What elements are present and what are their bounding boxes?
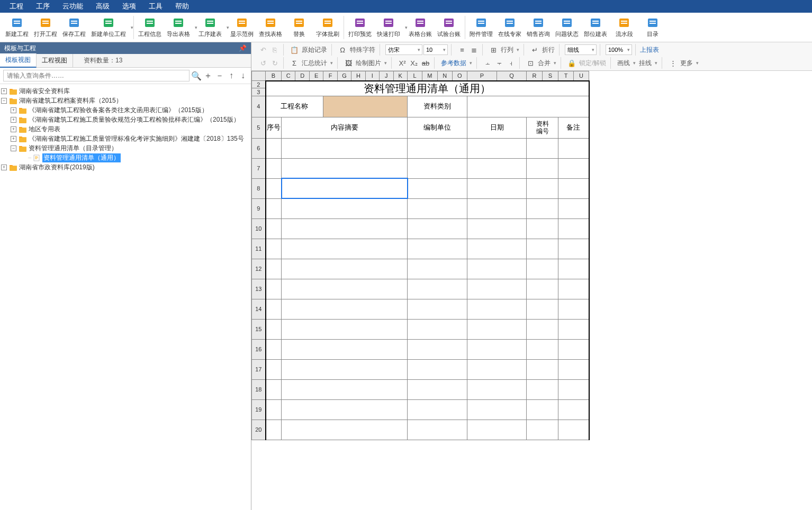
- cell[interactable]: [408, 138, 467, 158]
- cell[interactable]: [527, 178, 558, 198]
- col-header[interactable]: [252, 71, 266, 81]
- cell[interactable]: [408, 178, 467, 198]
- flow-button[interactable]: 流水段: [610, 14, 638, 41]
- line-style-select[interactable]: 细线: [565, 44, 597, 55]
- cell[interactable]: [558, 339, 589, 359]
- tree-node[interactable]: +《湖南省建筑工程施工质量管理标准化考评实施细则》湘建建〔2018〕135号: [1, 134, 250, 143]
- doc-type-value[interactable]: [467, 96, 589, 117]
- cell[interactable]: [282, 259, 408, 279]
- row-header[interactable]: 14: [252, 299, 266, 319]
- cell[interactable]: [527, 420, 558, 440]
- tree-toggle-icon[interactable]: +: [1, 88, 7, 94]
- lock-icon[interactable]: 🔒: [566, 58, 577, 68]
- tree-toggle-icon[interactable]: +: [11, 136, 16, 142]
- cell[interactable]: [527, 339, 558, 359]
- cell[interactable]: [467, 218, 527, 239]
- export-table-button[interactable]: 导出表格▾: [165, 14, 195, 41]
- more-label[interactable]: 更多: [679, 59, 694, 68]
- col-header[interactable]: S: [543, 71, 558, 81]
- minus-icon[interactable]: －: [215, 71, 224, 80]
- upload-button[interactable]: 上报表: [638, 45, 661, 54]
- online-expert-button[interactable]: 在线专家: [496, 14, 524, 41]
- table-ledger-button[interactable]: 表格台账: [407, 14, 434, 41]
- row-header[interactable]: 13: [252, 279, 266, 299]
- cell[interactable]: [282, 319, 408, 339]
- row-header[interactable]: 6: [252, 138, 266, 158]
- cell[interactable]: [282, 420, 408, 440]
- cell[interactable]: [467, 158, 527, 178]
- special-char-icon[interactable]: Ω: [337, 44, 348, 55]
- tree-toggle-icon[interactable]: +: [11, 117, 16, 123]
- cell[interactable]: [527, 198, 558, 218]
- cell[interactable]: [266, 239, 282, 259]
- menu-cloud[interactable]: 云功能: [57, 1, 88, 12]
- cell[interactable]: [408, 299, 467, 319]
- ref-data-label[interactable]: 参考数据: [440, 59, 467, 68]
- cell[interactable]: [266, 178, 282, 198]
- part-build-button[interactable]: 部位建表: [582, 14, 609, 41]
- cell[interactable]: [282, 379, 408, 399]
- menu-help[interactable]: 帮助: [170, 1, 194, 12]
- cell[interactable]: [266, 198, 282, 218]
- cell[interactable]: [558, 319, 589, 339]
- tree-node[interactable]: −资料管理通用清单（目录管理）: [1, 143, 250, 153]
- cell[interactable]: [467, 138, 527, 158]
- pin-icon[interactable]: 📌: [239, 44, 247, 52]
- cell[interactable]: [467, 319, 527, 339]
- cell[interactable]: [527, 279, 558, 299]
- row-header[interactable]: 18: [252, 379, 266, 399]
- tree-toggle-icon[interactable]: −: [1, 98, 7, 104]
- cell[interactable]: [527, 359, 558, 379]
- col-header[interactable]: R: [527, 71, 543, 81]
- cell[interactable]: [266, 319, 282, 339]
- strike-icon[interactable]: ab: [420, 58, 431, 68]
- cell[interactable]: [408, 399, 467, 420]
- tree-toggle-icon[interactable]: +: [11, 107, 16, 113]
- spreadsheet-area[interactable]: BCDEFGHIJKLMNOPQRSTU2资料管理通用清单（通用）34 工程名称…: [251, 71, 812, 510]
- wrap-icon[interactable]: ↵: [529, 44, 540, 55]
- open-proj-button[interactable]: 打开工程: [32, 14, 59, 41]
- cell[interactable]: [266, 218, 282, 239]
- align-center-icon[interactable]: ≣: [468, 44, 479, 55]
- cell[interactable]: [282, 399, 408, 420]
- cell[interactable]: [558, 239, 589, 259]
- cell[interactable]: [558, 420, 589, 440]
- search-icon[interactable]: 🔍: [192, 71, 201, 80]
- cell[interactable]: [266, 158, 282, 178]
- cell[interactable]: [527, 399, 558, 420]
- draw-arrow[interactable]: ▾: [383, 60, 388, 66]
- sum-icon[interactable]: Σ: [289, 58, 300, 68]
- col-header[interactable]: F: [323, 71, 337, 81]
- quick-print-button[interactable]: 快速打印▾: [375, 14, 405, 41]
- undo2-icon[interactable]: ↺: [258, 58, 268, 68]
- col-header[interactable]: E: [309, 71, 323, 81]
- cell[interactable]: [558, 158, 589, 178]
- tree-node[interactable]: +《湖南省建筑工程验收备案各类往来文函用表汇编》（2015版）: [1, 105, 250, 115]
- redo2-icon[interactable]: ↻: [269, 58, 280, 68]
- col-header[interactable]: H: [351, 71, 365, 81]
- cell[interactable]: [282, 158, 408, 178]
- hang-label[interactable]: 挂线: [638, 59, 653, 68]
- tree-node[interactable]: ┈资料管理通用清单（通用）: [1, 153, 250, 162]
- row-header[interactable]: 16: [252, 339, 266, 359]
- tree-node[interactable]: +湖南省市政资料库(2019版): [1, 162, 250, 172]
- tab-template-view[interactable]: 模板视图: [0, 53, 37, 68]
- cell[interactable]: [527, 299, 558, 319]
- tree-node[interactable]: +《湖南省建筑工程施工质量验收规范分项工程检验批样表汇编》（2015版）: [1, 115, 250, 124]
- row-header[interactable]: 19: [252, 399, 266, 420]
- row-header[interactable]: 12: [252, 259, 266, 279]
- row-header[interactable]: 2: [252, 81, 266, 88]
- col-header[interactable]: P: [467, 71, 497, 81]
- tree-node[interactable]: +地区专用表: [1, 124, 250, 134]
- cell[interactable]: [282, 138, 408, 158]
- cell[interactable]: [558, 299, 589, 319]
- cell[interactable]: [282, 299, 408, 319]
- col-header[interactable]: D: [295, 71, 309, 81]
- test-ledger-button[interactable]: 试验台账: [435, 14, 463, 41]
- merge-arrow[interactable]: ▾: [553, 60, 557, 66]
- col-header[interactable]: U: [574, 71, 589, 81]
- cell[interactable]: [282, 178, 408, 198]
- cell[interactable]: [408, 198, 467, 218]
- menu-tools[interactable]: 工具: [143, 1, 168, 12]
- cell[interactable]: [467, 379, 527, 399]
